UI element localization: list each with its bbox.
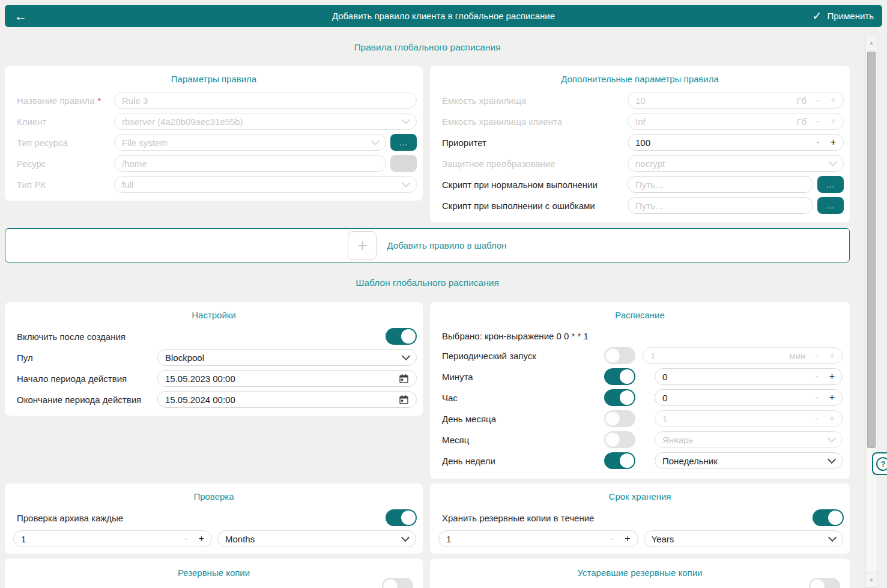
script-error-browse-button[interactable]: ...	[817, 197, 844, 214]
pool-select[interactable]: Blockpool	[157, 349, 417, 366]
script-error-input[interactable]: Путь...	[628, 197, 813, 214]
period-end-input[interactable]: 15.05.2024 00:00	[157, 391, 417, 408]
rule-name-row: Название правила* Rule 3	[17, 92, 417, 109]
plus-icon[interactable]: +	[625, 533, 630, 544]
add-rule-to-template-button[interactable]: + Добавить правило в шаблон	[5, 228, 850, 262]
day-of-week-row: День недели Понедельник	[442, 452, 843, 469]
minus-icon[interactable]: -	[815, 392, 818, 403]
priority-spinner[interactable]: 100 - +	[628, 134, 844, 151]
enable-after-toggle[interactable]	[386, 328, 417, 345]
plus-icon: +	[829, 350, 835, 361]
transform-select: nocrypt	[628, 155, 844, 172]
apply-button[interactable]: ✓ Применить	[813, 10, 874, 22]
rule-name-label: Название правила*	[17, 95, 114, 106]
retention-toggle[interactable]	[813, 509, 844, 526]
check-title: Проверка	[5, 483, 423, 502]
day-of-month-toggle[interactable]	[604, 410, 635, 427]
chevron-down-icon	[829, 157, 837, 166]
script-error-row: Скрипт при выполнении с ошибками Путь...…	[442, 197, 844, 214]
help-button[interactable]: ?	[872, 452, 887, 475]
periodic-spinner: 1 мин - +	[643, 347, 843, 364]
minute-toggle[interactable]	[604, 368, 635, 385]
minute-spinner[interactable]: 0 - +	[655, 368, 843, 385]
periodic-row: Периодический запуск 1 мин - +	[442, 347, 843, 364]
plus-icon[interactable]: +	[829, 392, 835, 403]
backups-panel: Резервные копии	[5, 559, 423, 588]
minute-row: Минута 0 - +	[442, 368, 843, 385]
backups-toggle[interactable]	[382, 578, 413, 588]
day-of-week-select[interactable]: Понедельник	[655, 452, 843, 469]
script-normal-browse-button[interactable]: ...	[817, 176, 844, 193]
hour-row: Час 0 - +	[442, 389, 843, 406]
check-interval-unit-select[interactable]: Months	[217, 530, 416, 547]
cron-expression-text: Выбрано: крон-выражение 0 0 * * 1	[442, 331, 850, 343]
resource-type-row: Тип ресурса File system ...	[17, 134, 417, 151]
script-normal-input[interactable]: Путь...	[628, 176, 813, 193]
minus-icon[interactable]: -	[816, 137, 819, 148]
plus-icon[interactable]: +	[831, 137, 836, 148]
settings-panel: Настройки Включить после создания Пул Bl…	[5, 302, 423, 416]
schedule-panel: Расписание Выбрано: крон-выражение 0 0 *…	[430, 302, 850, 479]
hour-spinner[interactable]: 0 - +	[655, 389, 843, 406]
hour-toggle[interactable]	[604, 389, 635, 406]
retention-title: Срок хранения	[430, 483, 850, 502]
check-interval-spinner[interactable]: 1 - +	[13, 530, 212, 547]
client-row: Клиент rbserver (4a20b09aec31e55b)	[17, 113, 417, 130]
obsolete-backups-panel: Устаревшие резервные копии	[430, 559, 850, 588]
vertical-scrollbar[interactable]: ▲ ▼	[865, 35, 877, 588]
minus-icon[interactable]: -	[815, 371, 818, 382]
scrollbar-up-arrow-icon[interactable]: ▲	[866, 35, 877, 50]
resource-row: Ресурс /home ...	[17, 155, 417, 172]
retention-interval-unit-select[interactable]: Years	[644, 530, 844, 547]
template-section-heading: Шаблон глобального расписания	[5, 277, 850, 288]
check-panel: Проверка Проверка архива каждые 1 - + Mo…	[5, 483, 423, 554]
month-row: Месяц Январь	[442, 431, 843, 448]
check-toggle-row: Проверка архива каждые	[17, 509, 417, 526]
script-error-label: Скрипт при выполнении с ошибками	[442, 201, 628, 211]
pool-row: Пул Blockpool	[17, 349, 417, 366]
minus-icon: -	[816, 95, 819, 106]
period-start-input[interactable]: 15.05.2023 00:00	[157, 370, 417, 387]
plus-icon: +	[831, 95, 836, 106]
client-label: Клиент	[17, 117, 114, 127]
plus-icon: +	[831, 116, 836, 127]
add-rule-to-template-label: Добавить правило в шаблон	[387, 240, 506, 250]
month-toggle[interactable]	[604, 431, 635, 448]
retention-interval-row: 1 - + Years	[438, 530, 843, 547]
resource-label: Ресурс	[17, 159, 114, 169]
retention-panel: Срок хранения Хранить резервные копии в …	[430, 483, 850, 554]
schedule-title: Расписание	[430, 302, 850, 321]
resource-type-more-button[interactable]: ...	[390, 134, 417, 151]
plus-icon[interactable]: +	[348, 231, 377, 260]
retention-toggle-label: Хранить резервные копии в течение	[442, 513, 813, 523]
plus-icon[interactable]: +	[199, 533, 204, 544]
periodic-toggle[interactable]	[604, 347, 635, 364]
check-interval-row: 1 - + Months	[13, 530, 416, 547]
plus-icon[interactable]: +	[829, 371, 835, 382]
check-toggle[interactable]	[386, 509, 417, 526]
minus-icon[interactable]: -	[184, 533, 187, 544]
scrollbar-down-arrow-icon[interactable]: ▼	[866, 572, 877, 587]
rule-params-title: Параметры правила	[5, 66, 423, 85]
rule-params-panel: Параметры правила Название правила* Rule…	[5, 66, 423, 201]
day-of-week-toggle[interactable]	[604, 452, 635, 469]
priority-row: Приоритет 100 - +	[442, 134, 844, 151]
obsolete-backups-title: Устаревшие резервные копии	[430, 559, 850, 578]
capacity-row: Ёмкость хранилища 10 Гб - +	[442, 92, 844, 109]
hour-label: Час	[442, 393, 604, 403]
scrollbar-thumb[interactable]	[867, 52, 876, 448]
enable-after-label: Включить после создания	[17, 332, 386, 342]
retention-interval-spinner[interactable]: 1 - +	[438, 530, 638, 547]
obsolete-backups-toggle[interactable]	[809, 578, 840, 588]
periodic-label: Периодический запуск	[442, 351, 604, 361]
extra-params-panel: Дополнительные параметры правила Ёмкость…	[430, 66, 850, 222]
calendar-icon[interactable]	[399, 374, 409, 384]
calendar-icon[interactable]	[399, 395, 409, 405]
script-normal-label: Скрипт при нормальном выполнении	[442, 180, 628, 190]
backup-type-row: Тип РК full	[17, 176, 417, 193]
minus-icon: -	[816, 116, 819, 127]
day-of-month-row: День месяца 1 - +	[442, 410, 843, 427]
required-asterisk: *	[97, 95, 101, 106]
chevron-down-icon	[402, 351, 410, 360]
minus-icon[interactable]: -	[611, 533, 614, 544]
